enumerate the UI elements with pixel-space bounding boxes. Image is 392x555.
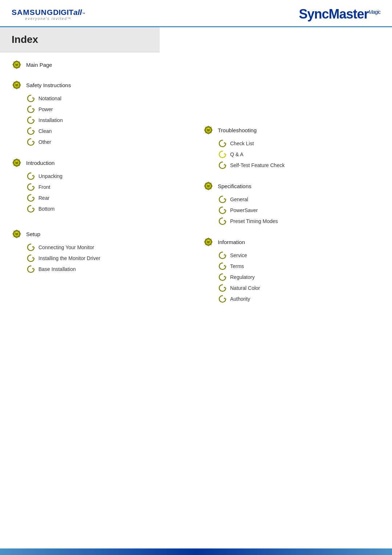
svg-line-9 bbox=[19, 67, 20, 68]
troubleshooting-subitems: Check List Q & A Self-Test Feature Check bbox=[203, 138, 380, 171]
section-header-specifications: Specifications bbox=[203, 181, 380, 191]
svg-line-23 bbox=[14, 88, 15, 88]
svg-line-22 bbox=[19, 82, 20, 83]
svg-line-8 bbox=[14, 62, 15, 62]
item-label[interactable]: Check List bbox=[230, 141, 254, 146]
arrow-icon bbox=[219, 161, 226, 169]
list-item: Other bbox=[27, 137, 189, 147]
svg-point-27 bbox=[16, 161, 17, 162]
svg-line-59 bbox=[205, 133, 206, 133]
specifications-label[interactable]: Specifications bbox=[218, 183, 252, 189]
svg-line-82 bbox=[211, 239, 212, 240]
item-label[interactable]: Rear bbox=[38, 195, 49, 201]
setup-subitems: Connecting Your Monitor Installing the M… bbox=[12, 242, 189, 275]
item-label[interactable]: Clean bbox=[38, 128, 52, 134]
list-item: Self-Test Feature Check bbox=[219, 160, 380, 171]
item-label[interactable]: Bottom bbox=[38, 206, 54, 212]
svg-line-32 bbox=[14, 160, 15, 161]
svg-line-56 bbox=[205, 127, 206, 128]
svg-point-51 bbox=[208, 128, 209, 129]
arrow-icon bbox=[27, 116, 35, 124]
section-header-main-page: Main Page bbox=[12, 60, 189, 70]
svg-point-75 bbox=[208, 240, 209, 241]
item-label[interactable]: Natural Color bbox=[230, 285, 260, 291]
list-item: Regulatory bbox=[219, 272, 380, 283]
syncmaster-logo: SyncMasterMagic bbox=[299, 7, 380, 22]
information-label[interactable]: Information bbox=[218, 239, 245, 245]
introduction-label[interactable]: Introduction bbox=[26, 160, 54, 166]
item-label[interactable]: Regulatory bbox=[230, 274, 255, 280]
section-header-safety: Safety Instructions bbox=[12, 80, 189, 90]
arrow-icon bbox=[219, 139, 226, 147]
list-item: Front bbox=[27, 182, 189, 193]
item-label[interactable]: PowerSaver bbox=[230, 207, 258, 213]
samsung-text: SAMSUNG bbox=[12, 8, 53, 17]
information-subitems: Service Terms Regulatory bbox=[203, 250, 380, 304]
svg-point-15 bbox=[16, 83, 17, 84]
arrow-icon bbox=[219, 206, 226, 214]
item-label[interactable]: Notational bbox=[38, 96, 61, 101]
digit-text: DIGIT bbox=[53, 8, 73, 17]
setup-label[interactable]: Setup bbox=[26, 231, 40, 237]
svg-point-3 bbox=[16, 63, 17, 64]
list-item: Connecting Your Monitor bbox=[27, 242, 189, 253]
section-header-information: Information bbox=[203, 237, 380, 247]
svg-line-70 bbox=[211, 183, 212, 184]
svg-line-10 bbox=[19, 62, 20, 62]
safety-label[interactable]: Safety Instructions bbox=[26, 82, 71, 88]
arrow-icon bbox=[27, 254, 35, 262]
list-item: Rear bbox=[27, 193, 189, 203]
section-information: Information Service Terms bbox=[203, 237, 380, 304]
svg-line-68 bbox=[205, 183, 206, 184]
item-label[interactable]: Service bbox=[230, 252, 247, 258]
sun-icon-setup bbox=[12, 229, 22, 239]
list-item: Unpacking bbox=[27, 171, 189, 182]
arrow-icon bbox=[219, 217, 226, 225]
svg-line-11 bbox=[14, 67, 15, 68]
svg-line-33 bbox=[19, 165, 20, 166]
arrow-icon bbox=[27, 105, 35, 113]
syncmaster-wordmark: SyncMaster bbox=[299, 7, 369, 21]
svg-point-63 bbox=[208, 184, 209, 185]
svg-line-46 bbox=[19, 231, 20, 232]
page-title: Index bbox=[12, 34, 148, 45]
item-label[interactable]: Other bbox=[38, 139, 51, 145]
item-label[interactable]: Installation bbox=[38, 117, 63, 123]
list-item: Natural Color bbox=[219, 283, 380, 293]
list-item: Preset Timing Modes bbox=[219, 216, 380, 227]
item-label[interactable]: Authority bbox=[230, 296, 250, 302]
list-item: PowerSaver bbox=[219, 205, 380, 216]
arrow-icon bbox=[27, 183, 35, 191]
item-label[interactable]: Connecting Your Monitor bbox=[38, 244, 94, 250]
item-label[interactable]: Preset Timing Modes bbox=[230, 218, 278, 224]
sun-icon-specifications bbox=[203, 181, 213, 191]
arrow-icon bbox=[27, 94, 35, 102]
arrow-icon bbox=[27, 265, 35, 273]
item-label[interactable]: Front bbox=[38, 184, 50, 190]
list-item: General bbox=[219, 194, 380, 205]
list-item: Authority bbox=[219, 293, 380, 304]
arrow-icon bbox=[219, 150, 226, 158]
arrow-icon bbox=[27, 138, 35, 146]
main-page-label[interactable]: Main Page bbox=[26, 62, 52, 68]
introduction-subitems: Unpacking Front Rear bbox=[12, 171, 189, 214]
svg-line-20 bbox=[14, 82, 15, 83]
item-label[interactable]: Q & A bbox=[230, 151, 244, 157]
section-header-troubleshooting: Troubleshooting bbox=[203, 125, 380, 135]
section-introduction: Introduction Unpacking Front bbox=[12, 158, 189, 214]
section-troubleshooting: Troubleshooting Check List Q & A bbox=[203, 125, 380, 171]
arrow-icon bbox=[219, 251, 226, 259]
item-label[interactable]: Installing the Monitor Driver bbox=[38, 255, 100, 261]
item-label[interactable]: Terms bbox=[230, 263, 244, 269]
svg-line-71 bbox=[205, 189, 206, 189]
svg-line-21 bbox=[19, 88, 20, 88]
item-label[interactable]: General bbox=[230, 197, 248, 202]
list-item: Installing the Monitor Driver bbox=[27, 253, 189, 264]
list-item: Installation bbox=[27, 115, 189, 126]
item-label[interactable]: Power bbox=[38, 106, 53, 112]
item-label[interactable]: Self-Test Feature Check bbox=[230, 162, 285, 168]
troubleshooting-label[interactable]: Troubleshooting bbox=[218, 127, 257, 133]
sun-icon-safety bbox=[12, 80, 22, 90]
item-label[interactable]: Unpacking bbox=[38, 173, 62, 179]
item-label[interactable]: Base Installation bbox=[38, 266, 76, 272]
